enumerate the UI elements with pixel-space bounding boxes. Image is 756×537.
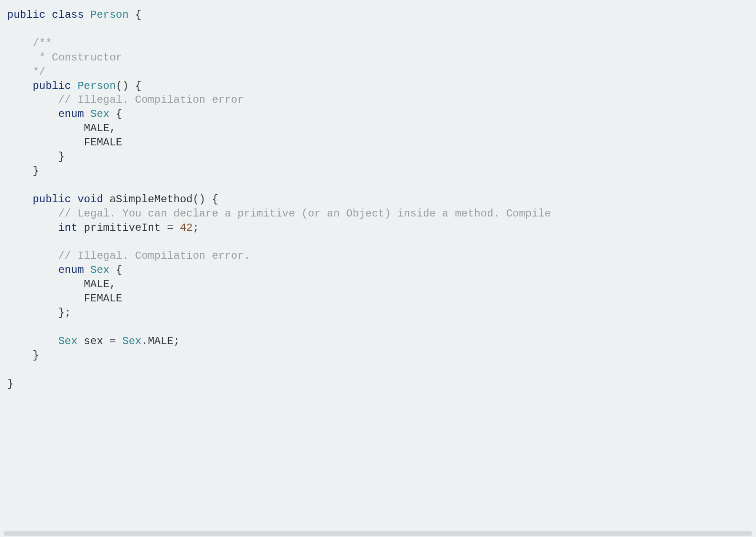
code-line: // Legal. You can declare a primitive (o…: [7, 208, 551, 220]
code-line: public class Person {: [7, 9, 141, 21]
horizontal-scrollbar[interactable]: [4, 531, 752, 536]
code-line: MALE,: [7, 122, 116, 134]
code-line: }: [7, 165, 39, 177]
code-line: int primitiveInt = 42;: [7, 222, 199, 234]
code-line: // Illegal. Compilation error.: [7, 250, 250, 262]
code-line: }: [7, 349, 39, 361]
code-line: // Illegal. Compilation error: [7, 94, 244, 106]
code-line: public void aSimpleMethod() {: [7, 193, 218, 205]
code-line: }: [7, 151, 65, 163]
code-line: /**: [7, 37, 52, 49]
code-block: public class Person { /** * Constructor …: [7, 8, 749, 391]
code-line: MALE,: [7, 278, 116, 290]
code-line: }: [7, 378, 13, 390]
code-line: enum Sex {: [7, 264, 122, 276]
code-line: };: [7, 307, 71, 319]
code-line: FEMALE: [7, 293, 122, 305]
code-line: * Constructor: [7, 52, 122, 64]
code-line: FEMALE: [7, 136, 122, 148]
code-line: */: [7, 66, 45, 78]
code-line: enum Sex {: [7, 108, 122, 120]
code-line: public Person() {: [7, 80, 141, 92]
code-line: Sex sex = Sex.MALE;: [7, 335, 180, 347]
